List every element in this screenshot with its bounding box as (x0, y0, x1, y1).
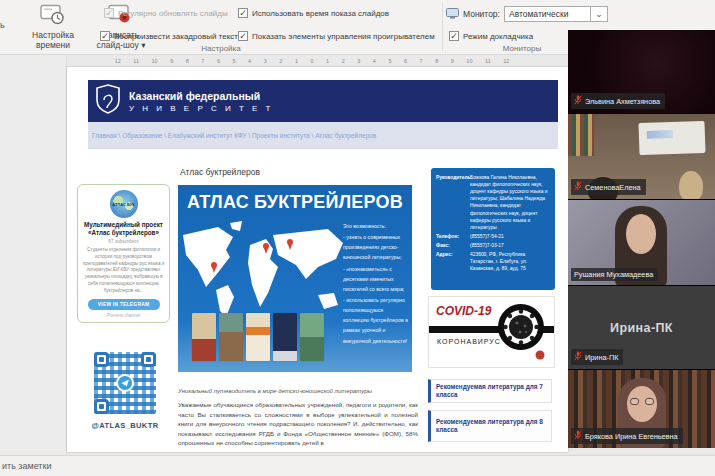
article-tagline: Уникальный путеводитель в мире детско-юн… (178, 388, 372, 394)
rehearse-timings-icon (40, 4, 66, 29)
participant-face (626, 214, 656, 254)
checkbox-play-narrations[interactable]: ✓ Воспроизвести закадровый текст (100, 31, 238, 41)
checkbox-box: ✓ (449, 31, 459, 41)
covid-banner[interactable]: COVID-19 КОРОНАВИРУС (428, 296, 555, 368)
glasses-icon (630, 398, 654, 405)
monitor-icon (446, 8, 459, 21)
breadcrumb[interactable]: Главная \ Образование \ Елабужский инсти… (88, 132, 376, 139)
video-panel: Эльвина Ахметзянова СеменоваЕлена Рушани… (568, 30, 715, 448)
book-cover (273, 313, 297, 361)
book-cover (300, 313, 324, 361)
breadcrumb-bar: Главная \ Образование \ Елабужский инсти… (88, 122, 558, 149)
contact-label: Факс: (436, 242, 470, 249)
magnifier-virus-icon (492, 299, 550, 367)
checkbox-use-timings[interactable]: ✓ Использовать время показа слайдов (238, 8, 389, 18)
participant-name-label: СеменоваЕлена (571, 179, 646, 195)
page-title: Атлас буктрейлеров (180, 167, 260, 177)
horizontal-ruler: 12 11 10 9 8 7 6 5 4 3 2 1 0 1 2 3 4 5 6… (62, 57, 562, 66)
qr-finder-icon (94, 352, 109, 367)
preview-channel-link[interactable]: Preview channel (82, 313, 165, 318)
contact-value: (85557)7-03-17 (470, 242, 550, 249)
participant-tile[interactable]: Брякова Ирина Евгеньевна (568, 370, 715, 448)
poster-title: АТЛАС БУКТРЕЙЛЕРОВ (178, 192, 412, 213)
contact-info-box: Руководитель:Божкова Галина Николаевна, … (431, 168, 555, 290)
view-in-telegram-button[interactable]: VIEW IN TELEGRAM (88, 299, 160, 310)
contact-label: Руководитель: (436, 174, 470, 231)
book-cover (192, 313, 216, 361)
notes-text-fragment: ить заметки (2, 461, 51, 471)
monitor-select[interactable]: Автоматически ⌄ (504, 6, 608, 22)
monitor-label: Монитор: (463, 9, 500, 19)
checkbox-show-media-controls[interactable]: ✓ Показать элементы управления проигрыва… (238, 31, 435, 41)
book-cover (219, 313, 243, 361)
participant-name-label: Эльвина Ахметзянова (571, 93, 665, 109)
recommended-literature-grade8-link[interactable]: Рекомендуемая литература для 8 класса (428, 410, 552, 442)
muted-mic-icon (574, 95, 582, 107)
telegram-plane-icon (116, 374, 134, 392)
participant-tile[interactable]: Эльвина Ахметзянова (568, 30, 715, 113)
ribbon-group-label-setup: Настройка (0, 44, 442, 53)
qr-finder-icon (141, 352, 156, 367)
contact-label: Адрес: (436, 251, 470, 272)
select-arrow-icon[interactable]: ⌄ (590, 7, 607, 21)
muted-mic-icon (574, 351, 582, 363)
atlas-poster: АТЛАС БУКТРЕЙЛЕРОВ (178, 185, 412, 372)
projector-screen (638, 121, 705, 155)
university-name-line2: У Н И В Е Р С И Т Е Т (129, 104, 273, 113)
qr-caption: @ATLAS_BUKTR (88, 421, 162, 430)
university-name-line1: Казанский федеральный (129, 90, 273, 102)
slide-canvas[interactable]: Казанский федеральный У Н И В Е Р С И Т … (67, 67, 568, 452)
poster-bullet: - «познакомиться» с десятками именитых п… (343, 264, 409, 294)
checkbox-box: ✓ (238, 8, 248, 18)
book-covers-row (192, 313, 324, 361)
monitor-row: Монитор: Автоматически ⌄ (446, 6, 608, 22)
participant-tile[interactable]: Ирина-ПК Ирина-ПК (568, 286, 715, 369)
participant-tile[interactable]: Рушания Мухамадеева (568, 200, 715, 285)
participant-silhouette (679, 171, 703, 199)
book-cover (246, 313, 270, 361)
contact-label: Телефон: (436, 233, 470, 240)
participant-name-label: Брякова Ирина Евгеньевна (571, 428, 683, 444)
telegram-channel-title: Мультимедийный проект «Атлас буктрейлеро… (82, 221, 165, 237)
slide-thumbnail-pane[interactable] (0, 55, 67, 453)
participant-tile[interactable]: СеменоваЕлена (568, 114, 715, 199)
telegram-channel-avatar: АТЛАС БУК (110, 190, 138, 218)
ribbon-clipped-fragment: ь (0, 20, 5, 30)
poster-bullet: - использовать регулярно пополняющуюся к… (343, 295, 409, 346)
contact-value: 423600, РФ, Республика Татарстан, г. Ела… (470, 251, 550, 272)
checkbox-box: ✓ (100, 31, 110, 41)
checkbox-box: ✓ (238, 31, 248, 41)
checkbox-presenter-view[interactable]: ✓ Режим докладчика (449, 31, 533, 41)
notes-pane[interactable]: ить заметки (0, 455, 715, 476)
telegram-channel-description: Студенты отделения филологии и истории п… (82, 247, 165, 295)
poster-bullets: Это возможность: - узнать о современных … (343, 221, 409, 347)
contact-value: (85557)7-54-21 (470, 233, 550, 240)
checkbox-keep-slides-updated[interactable]: ✓ Регулярно обновлять слайды (104, 8, 228, 18)
kfu-site-header: Казанский федеральный У Н И В Е Р С И Т … (88, 80, 558, 122)
contact-value: Божкова Галина Николаевна, кандидат фило… (470, 174, 550, 231)
telegram-channel-card[interactable]: АТЛАС БУК Мультимедийный проект «Атлас б… (77, 184, 170, 323)
telegram-qr-code (90, 348, 160, 418)
kfu-shield-logo-icon (95, 84, 121, 118)
qr-finder-icon (94, 399, 109, 414)
qr-block: @ATLAS_BUKTR (88, 348, 162, 430)
muted-mic-icon (574, 181, 582, 193)
poster-bullet: - узнать о современных произведениях дет… (343, 232, 409, 262)
poster-bullets-heading: Это возможность: (343, 221, 409, 231)
article-paragraph: Уважаемые обучающиеся образовательных уч… (178, 400, 418, 448)
muted-mic-icon (574, 430, 582, 442)
app-window: ь Настройка времени Запи (0, 0, 715, 476)
participant-name-label: Рушания Мухамадеева (571, 268, 658, 281)
telegram-subscribers-count: 67 subscribers (82, 239, 165, 244)
checkbox-box: ✓ (104, 8, 114, 18)
classroom-bookshelf (568, 114, 594, 156)
recommended-literature-grade7-link[interactable]: Рекомендуемая литература для 7 класса (428, 379, 552, 403)
monitor-select-value: Автоматически (505, 7, 590, 21)
participant-name-label: Ирина-ПК (571, 349, 623, 365)
covid-title: COVID-19 (436, 304, 491, 318)
